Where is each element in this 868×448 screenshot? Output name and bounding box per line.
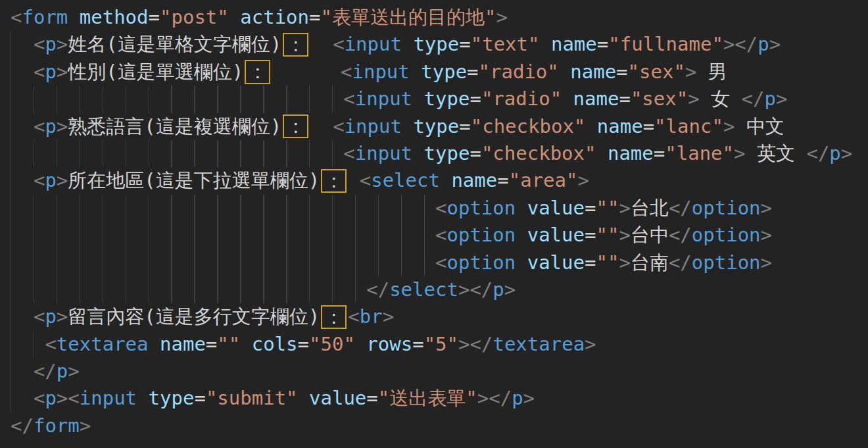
code-token: = bbox=[366, 385, 377, 412]
code-token: p bbox=[45, 59, 56, 86]
code-token: ></ bbox=[723, 31, 758, 58]
code-token: option bbox=[692, 195, 761, 222]
code-token: < bbox=[68, 385, 79, 412]
code-token: = bbox=[194, 385, 205, 412]
code-token: </ bbox=[366, 276, 389, 303]
code-token: > bbox=[504, 276, 516, 303]
code-token: > bbox=[523, 385, 535, 412]
code-token bbox=[240, 331, 251, 358]
code-token: select bbox=[371, 167, 440, 194]
code-token: "" bbox=[596, 249, 619, 276]
code-token: = bbox=[585, 249, 596, 276]
unicode-highlight-box: ： bbox=[321, 305, 347, 329]
code-token: > bbox=[761, 249, 772, 276]
code-token: > bbox=[776, 86, 787, 112]
code-token bbox=[149, 331, 160, 358]
code-line[interactable]: <form method="post" action="表單送出的目的地"> bbox=[11, 4, 868, 31]
editor-screenshot: { "theme": { "background": "#232323", "p… bbox=[0, 0, 868, 448]
code-line[interactable]: <option value="">台北</option> bbox=[11, 195, 868, 222]
code-token: < bbox=[435, 222, 446, 249]
code-line[interactable]: </p> bbox=[11, 358, 868, 385]
code-token: option bbox=[446, 249, 516, 276]
code-token bbox=[402, 113, 413, 140]
code-token: p bbox=[493, 276, 504, 303]
indent-guides bbox=[11, 385, 34, 412]
code-token: = bbox=[459, 31, 470, 58]
code-line[interactable]: <p>姓名(這是單格文字欄位)： <input type="text" name… bbox=[11, 31, 868, 58]
indent-guides bbox=[11, 222, 435, 249]
code-token: > bbox=[734, 140, 745, 167]
code-line[interactable]: <input type="radio" name="sex"> 女 </p> bbox=[11, 86, 868, 112]
code-token: < bbox=[34, 303, 45, 330]
code-token: name bbox=[570, 59, 616, 86]
code-token: = bbox=[206, 331, 217, 358]
code-token: < bbox=[435, 195, 446, 222]
code-line[interactable]: <option value="">台中</option> bbox=[11, 222, 868, 249]
code-token: </ bbox=[806, 140, 829, 167]
code-token bbox=[298, 385, 309, 412]
indent-guides bbox=[11, 113, 34, 140]
code-token: option bbox=[692, 249, 761, 276]
code-line[interactable]: <p>熟悉語言(這是複選欄位)： <input type="checkbox" … bbox=[11, 113, 868, 140]
indent-guides bbox=[11, 331, 45, 358]
code-token: = bbox=[470, 86, 481, 112]
code-token bbox=[440, 167, 451, 194]
code-token: name bbox=[573, 86, 619, 112]
code-token: > bbox=[723, 113, 735, 140]
code-line[interactable]: <p>性別(這是單選欄位)： <input type="radio" name=… bbox=[11, 59, 868, 86]
code-token: "fullname" bbox=[608, 31, 723, 58]
code-line[interactable]: <p><input type="submit" value="送出表單"></p… bbox=[11, 385, 868, 412]
code-token: < bbox=[360, 167, 371, 194]
code-line[interactable]: <p>留言內容(這是多行文字欄位)：<br> bbox=[11, 303, 868, 330]
code-token: type bbox=[421, 59, 467, 86]
code-token: </ bbox=[34, 358, 57, 385]
code-line[interactable]: </select></p> bbox=[11, 276, 868, 303]
code-token: p bbox=[829, 140, 840, 167]
code-token bbox=[539, 31, 550, 58]
code-token bbox=[516, 249, 527, 276]
code-token: = bbox=[654, 140, 665, 167]
code-token: > bbox=[57, 303, 68, 330]
code-token: method bbox=[80, 4, 149, 31]
code-line[interactable]: <input type="checkbox" name="lane"> 英文 <… bbox=[11, 140, 868, 167]
code-token: name bbox=[160, 331, 206, 358]
code-line[interactable]: <p>所在地區(這是下拉選單欄位)： <select name="area"> bbox=[11, 167, 868, 194]
code-token bbox=[412, 86, 423, 112]
code-token: p bbox=[512, 385, 523, 412]
code-token: = bbox=[619, 86, 630, 112]
code-line[interactable]: <option value="">台南</option> bbox=[11, 249, 868, 276]
code-token: < bbox=[34, 113, 45, 140]
code-token bbox=[585, 113, 596, 140]
code-token: </ bbox=[742, 86, 765, 112]
indent-guides bbox=[11, 86, 343, 112]
code-token: > bbox=[585, 331, 596, 358]
code-editor[interactable]: <form method="post" action="表單送出的目的地"><p… bbox=[0, 0, 868, 448]
code-token: p bbox=[765, 86, 776, 112]
code-token bbox=[412, 140, 423, 167]
code-token: = bbox=[643, 113, 654, 140]
code-token: form bbox=[34, 412, 80, 439]
code-token: name bbox=[597, 113, 643, 140]
code-token: > bbox=[577, 167, 589, 194]
code-token: value bbox=[309, 385, 366, 412]
code-token: > bbox=[57, 113, 68, 140]
code-token bbox=[68, 4, 79, 31]
code-token: input bbox=[352, 59, 409, 86]
code-token: "5" bbox=[424, 331, 458, 358]
code-token: 性別(這是單選欄位) bbox=[68, 59, 243, 86]
code-token: </ bbox=[669, 222, 692, 249]
code-token: < bbox=[348, 303, 359, 330]
code-token: 女 bbox=[700, 86, 742, 112]
code-token bbox=[229, 4, 240, 31]
code-token: = bbox=[298, 331, 309, 358]
code-token: > bbox=[619, 195, 630, 222]
code-token: input bbox=[345, 31, 402, 58]
code-token bbox=[355, 331, 366, 358]
code-area[interactable]: <form method="post" action="表單送出的目的地"><p… bbox=[0, 0, 868, 439]
code-line[interactable]: <textarea name="" cols="50" rows="5"></t… bbox=[11, 331, 868, 358]
code-token: < bbox=[341, 59, 352, 86]
code-token: > bbox=[619, 222, 630, 249]
code-token: textarea bbox=[57, 331, 149, 358]
code-line[interactable]: </form> bbox=[11, 412, 868, 439]
code-token: ></ bbox=[458, 331, 493, 358]
